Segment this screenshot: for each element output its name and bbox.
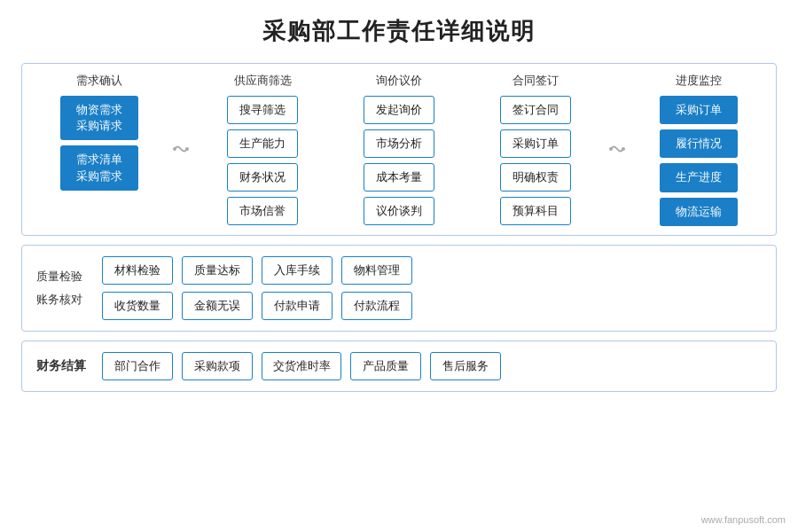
col-body-3: 签订合同 采购订单 明确权责 预算科目 xyxy=(467,96,604,225)
box-4-0: 采购订单 xyxy=(660,96,738,124)
col-body-2: 发起询价 市场分析 成本考量 议价谈判 xyxy=(331,96,467,225)
page-wrapper: 采购部工作责任详细说明 需求确认 物资需求采购请求 需求清单采购需求 供应商筛选… xyxy=(0,0,798,532)
box-1-2: 财务状况 xyxy=(227,163,298,192)
mid-box-2-1: 付款申请 xyxy=(262,292,332,320)
box-3-3: 预算科目 xyxy=(500,197,571,225)
col-group-3: 合同签订 签订合同 采购订单 明确权责 预算科目 xyxy=(467,73,604,225)
svg-point-2 xyxy=(609,147,613,151)
mid-box-3-1: 付款流程 xyxy=(341,292,412,320)
col-body-0: 物资需求采购请求 需求清单采购需求 xyxy=(31,96,168,191)
mid-box-3-0: 物料管理 xyxy=(341,256,412,285)
bot-box-3: 产品质量 xyxy=(350,352,421,380)
box-1-3: 市场信誉 xyxy=(227,197,298,225)
col-body-4: 采购订单 履行情况 生产进度 物流运输 xyxy=(630,96,767,226)
mid-col-2: 入库手续 付款申请 xyxy=(262,256,332,320)
box-3-0: 签订合同 xyxy=(500,96,571,124)
box-0-0: 物资需求采购请求 xyxy=(60,96,138,140)
mid-col-1: 质量达标 金额无误 xyxy=(182,256,253,320)
bot-box-0: 部门合作 xyxy=(102,352,173,380)
box-3-1: 采购订单 xyxy=(500,129,571,158)
box-4-3: 物流运输 xyxy=(660,198,738,226)
top-cols-wrapper: 需求确认 物资需求采购请求 需求清单采购需求 供应商筛选 搜寻筛选 生产能力 财… xyxy=(31,73,767,226)
col-group-0: 需求确认 物资需求采购请求 需求清单采购需求 xyxy=(31,73,168,191)
col-header-2: 询价议价 xyxy=(376,73,422,89)
mid-box-0-0: 材料检验 xyxy=(102,256,173,285)
page-title: 采购部工作责任详细说明 xyxy=(21,16,777,47)
svg-point-1 xyxy=(185,147,189,151)
connector-1 xyxy=(604,139,630,159)
box-2-0: 发起询价 xyxy=(364,96,434,124)
box-2-2: 成本考量 xyxy=(364,163,434,192)
connector-0 xyxy=(168,139,194,159)
col-header-4: 进度监控 xyxy=(676,73,722,89)
box-4-2: 生产进度 xyxy=(660,163,738,192)
bot-boxes: 部门合作 采购款项 交货准时率 产品质量 售后服务 xyxy=(102,352,501,380)
mid-section: 质量检验 账务核对 材料检验 收货数量 质量达标 金额无误 入库手续 付款申请 … xyxy=(21,245,777,332)
col-header-1: 供应商筛选 xyxy=(234,73,292,89)
col-header-3: 合同签订 xyxy=(512,73,559,89)
mid-boxes: 材料检验 收货数量 质量达标 金额无误 入库手续 付款申请 物料管理 付款流程 xyxy=(102,256,762,320)
mid-box-1-0: 质量达标 xyxy=(182,256,253,285)
mid-col-3: 物料管理 付款流程 xyxy=(341,256,412,320)
bot-box-4: 售后服务 xyxy=(430,352,501,380)
mid-label-1: 账务核对 xyxy=(36,292,90,308)
col-header-0: 需求确认 xyxy=(76,73,122,89)
mid-box-1-1: 金额无误 xyxy=(182,292,253,320)
bot-box-1: 采购款项 xyxy=(182,352,253,380)
bot-label: 财务结算 xyxy=(36,358,90,374)
box-1-1: 生产能力 xyxy=(227,129,298,158)
box-1-0: 搜寻筛选 xyxy=(227,96,298,124)
top-section: 需求确认 物资需求采购请求 需求清单采购需求 供应商筛选 搜寻筛选 生产能力 财… xyxy=(21,63,777,236)
col-group-2: 询价议价 发起询价 市场分析 成本考量 议价谈判 xyxy=(331,73,467,225)
box-0-1: 需求清单采购需求 xyxy=(60,145,138,190)
svg-point-3 xyxy=(622,147,625,151)
bot-section: 财务结算 部门合作 采购款项 交货准时率 产品质量 售后服务 xyxy=(21,340,777,392)
svg-point-0 xyxy=(173,147,176,151)
bot-box-2: 交货准时率 xyxy=(262,352,341,380)
mid-box-0-1: 收货数量 xyxy=(102,292,173,320)
box-3-2: 明确权责 xyxy=(500,163,571,192)
col-body-1: 搜寻筛选 生产能力 财务状况 市场信誉 xyxy=(194,96,331,225)
mid-col-0: 材料检验 收货数量 xyxy=(102,256,173,320)
mid-box-2-0: 入库手续 xyxy=(262,256,332,285)
box-2-1: 市场分析 xyxy=(364,129,434,158)
col-group-4: 进度监控 采购订单 履行情况 生产进度 物流运输 xyxy=(630,73,767,226)
box-4-1: 履行情况 xyxy=(660,129,738,158)
box-2-3: 议价谈判 xyxy=(364,197,434,225)
col-group-1: 供应商筛选 搜寻筛选 生产能力 财务状况 市场信誉 xyxy=(194,73,331,225)
mid-label-0: 质量检验 xyxy=(36,269,90,285)
watermark: www.fanpusoft.com xyxy=(701,514,786,525)
mid-labels: 质量检验 账务核对 xyxy=(36,269,90,308)
